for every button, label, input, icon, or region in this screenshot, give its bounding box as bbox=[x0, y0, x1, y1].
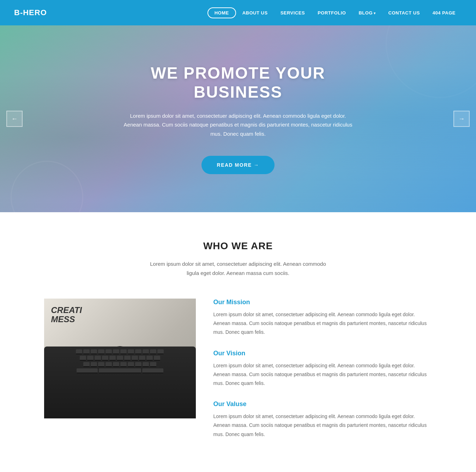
kb-key bbox=[135, 362, 141, 367]
nav-item-blog[interactable]: BLOG▾ bbox=[352, 7, 382, 18]
nav-link-blog[interactable]: BLOG▾ bbox=[352, 7, 382, 18]
vision-block: Our Vision Lorem ipsum dolor sit amet, c… bbox=[213, 350, 432, 388]
hero-cta-button[interactable]: READ MORE → bbox=[201, 156, 275, 174]
mission-text: Lorem ipsum dolor sit amet, consectetuer… bbox=[213, 310, 432, 337]
who-subtitle: Lorem ipsum dolor sit amet, consectetuer… bbox=[150, 259, 326, 277]
kb-row-2 bbox=[47, 356, 193, 361]
kb-key bbox=[76, 349, 82, 354]
values-text: Lorem ipsum dolor sit amet, consectetuer… bbox=[213, 412, 432, 439]
values-block: Our Valuse Lorem ipsum dolor sit amet, c… bbox=[213, 400, 432, 439]
who-image-inner: CREATIMESS THIS IS IT bbox=[44, 299, 196, 418]
kb-key bbox=[117, 356, 123, 361]
kb-key-spacebar bbox=[99, 368, 141, 373]
kb-key bbox=[120, 362, 127, 367]
who-section: WHO WE ARE Lorem ipsum dolor sit amet, c… bbox=[0, 212, 476, 472]
kb-key bbox=[80, 356, 86, 361]
keyboard-decoration bbox=[44, 347, 196, 418]
kb-key-enter bbox=[142, 368, 163, 373]
nav-link-404[interactable]: 404 PAGE bbox=[426, 7, 462, 18]
kb-key bbox=[128, 349, 134, 354]
hero-section: ← WE PROMOTE YOUR BUSINESS Lorem ipsum d… bbox=[0, 25, 476, 212]
mission-title: Our Mission bbox=[213, 299, 432, 306]
kb-key bbox=[106, 362, 112, 367]
hero-subtitle: Lorem ipsum dolor sit amet, consectetuer… bbox=[122, 111, 355, 139]
kb-key bbox=[83, 349, 90, 354]
values-title: Our Valuse bbox=[213, 400, 432, 408]
kb-key bbox=[91, 362, 97, 367]
kb-key bbox=[135, 349, 141, 354]
kb-key bbox=[124, 356, 131, 361]
kb-key bbox=[113, 362, 119, 367]
kb-key bbox=[143, 362, 149, 367]
nav-link-portfolio[interactable]: PORTFOLIO bbox=[311, 7, 352, 18]
hero-next-button[interactable]: → bbox=[453, 111, 470, 127]
kb-key bbox=[83, 362, 90, 367]
nav-item-services[interactable]: SERVICES bbox=[274, 7, 312, 18]
kb-key bbox=[154, 356, 160, 361]
kb-key bbox=[128, 362, 134, 367]
who-image: CREATIMESS THIS IS IT bbox=[44, 299, 196, 418]
kb-key bbox=[150, 349, 156, 354]
hero-content: WE PROMOTE YOUR BUSINESS Lorem ipsum dol… bbox=[79, 63, 397, 174]
kb-key bbox=[98, 349, 104, 354]
vision-text: Lorem ipsum dolor sit amet, consectetuer… bbox=[213, 361, 432, 388]
kb-key bbox=[102, 356, 108, 361]
kb-row-3 bbox=[47, 362, 193, 367]
kb-key bbox=[146, 356, 153, 361]
who-content: CREATIMESS THIS IS IT bbox=[44, 299, 432, 452]
hero-prev-button[interactable]: ← bbox=[6, 111, 23, 127]
kb-key bbox=[113, 349, 119, 354]
nav-link-home[interactable]: HOME bbox=[207, 7, 236, 18]
kb-key bbox=[139, 356, 145, 361]
nav-item-portfolio[interactable]: PORTFOLIO bbox=[311, 7, 352, 18]
kb-key bbox=[132, 356, 138, 361]
kb-key bbox=[91, 349, 97, 354]
dropdown-arrow-icon: ▾ bbox=[374, 11, 376, 15]
kb-key bbox=[87, 356, 94, 361]
kb-key bbox=[109, 356, 116, 361]
kb-row-1 bbox=[47, 349, 193, 354]
kb-key bbox=[150, 362, 156, 367]
nav-link-about[interactable]: ABOUT US bbox=[236, 7, 274, 18]
kb-key bbox=[143, 349, 149, 354]
kb-row-4 bbox=[47, 368, 193, 373]
kb-key bbox=[95, 356, 101, 361]
mission-block: Our Mission Lorem ipsum dolor sit amet, … bbox=[213, 299, 432, 337]
kb-key bbox=[157, 349, 164, 354]
who-text-blocks: Our Mission Lorem ipsum dolor sit amet, … bbox=[213, 299, 432, 452]
kb-key-space bbox=[77, 368, 98, 373]
who-image-text: CREATIMESS bbox=[51, 306, 82, 324]
nav-item-404[interactable]: 404 PAGE bbox=[426, 7, 462, 18]
nav-links: HOME ABOUT US SERVICES PORTFOLIO BLOG▾ C… bbox=[207, 7, 462, 18]
who-title: WHO WE ARE bbox=[14, 240, 462, 252]
navbar: B-HERO HOME ABOUT US SERVICES PORTFOLIO … bbox=[0, 0, 476, 25]
nav-link-contact[interactable]: CONTACT US bbox=[382, 7, 426, 18]
vision-title: Our Vision bbox=[213, 350, 432, 357]
nav-item-contact[interactable]: CONTACT US bbox=[382, 7, 426, 18]
nav-link-services[interactable]: SERVICES bbox=[274, 7, 312, 18]
hero-title: WE PROMOTE YOUR BUSINESS bbox=[122, 63, 355, 102]
nav-item-home[interactable]: HOME bbox=[207, 7, 236, 18]
kb-key bbox=[120, 349, 127, 354]
brand-logo[interactable]: B-HERO bbox=[14, 8, 47, 17]
nav-item-about[interactable]: ABOUT US bbox=[236, 7, 274, 18]
kb-key bbox=[98, 362, 104, 367]
kb-key bbox=[106, 349, 112, 354]
